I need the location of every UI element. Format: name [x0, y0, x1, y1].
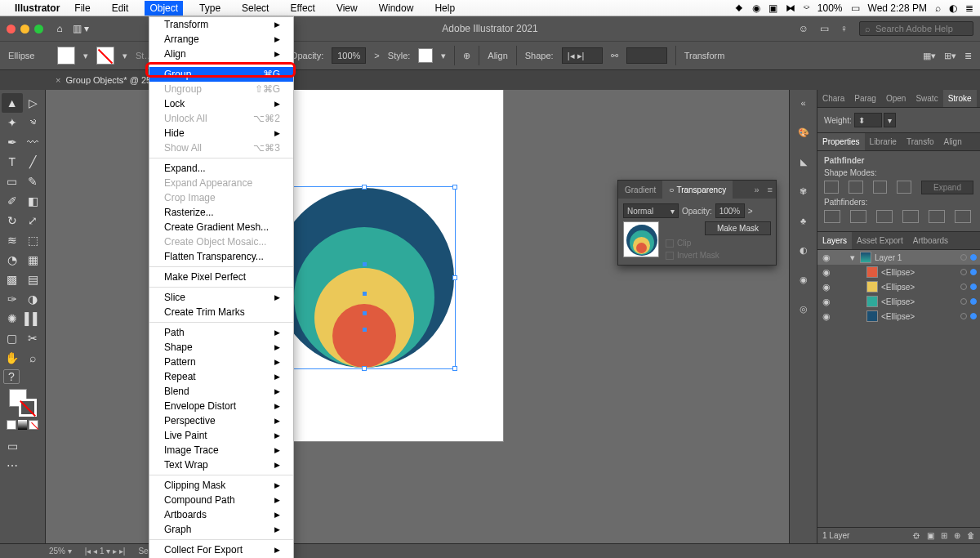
menu-item-artboards[interactable]: Artboards▶: [149, 507, 293, 522]
isolate-icon[interactable]: ▦▾: [923, 51, 936, 61]
locate-layer-icon[interactable]: ⯐: [912, 531, 920, 540]
weight-input[interactable]: ⬍: [854, 113, 882, 127]
user-icon[interactable]: ☺: [799, 23, 808, 34]
tab-gradient[interactable]: Gradient: [618, 181, 662, 199]
artboard-nav[interactable]: |◂ ◂ 1 ▾ ▸ ▸|: [85, 547, 126, 556]
menu-item-arrange[interactable]: Arrange▶: [149, 32, 293, 47]
menu-object[interactable]: Object: [145, 1, 183, 16]
minus-front-button[interactable]: [849, 181, 863, 194]
menu-item-clipping-mask[interactable]: Clipping Mask▶: [149, 478, 293, 493]
curvature-tool[interactable]: 〰: [23, 132, 44, 152]
menu-item-perspective[interactable]: Perspective▶: [149, 413, 293, 428]
screenshot-icon[interactable]: ▣: [768, 2, 777, 14]
style-swatch[interactable]: [418, 48, 433, 63]
snap-icon[interactable]: ⊞▾: [944, 51, 956, 61]
expand-shape-button[interactable]: Expand: [921, 181, 973, 194]
width-tool[interactable]: ≋: [2, 230, 23, 250]
rotate-tool[interactable]: ↻: [2, 211, 23, 230]
transparency-thumbnail[interactable]: [623, 221, 659, 257]
target-icon[interactable]: [960, 254, 967, 261]
make-clipping-icon[interactable]: ▣: [927, 531, 934, 540]
magic-wand-tool[interactable]: ✦: [2, 113, 23, 132]
clock[interactable]: Wed 2:28 PM: [868, 2, 927, 14]
color-mode-row[interactable]: [2, 418, 43, 431]
zoom-level[interactable]: 25% ▾: [49, 547, 72, 556]
select-indicator[interactable]: [970, 254, 977, 261]
tab-swatches[interactable]: Swatc: [911, 90, 942, 107]
minimize-window-button[interactable]: [20, 25, 29, 33]
lightbulb-icon[interactable]: ♀: [840, 23, 848, 34]
visibility-icon[interactable]: ◉: [821, 311, 832, 322]
eyedropper-tool[interactable]: ✑: [2, 289, 23, 309]
menu-item-transform[interactable]: Transform▶: [149, 17, 293, 32]
perspective-tool[interactable]: ▦: [23, 250, 44, 270]
traffic-lights[interactable]: [7, 25, 43, 33]
unite-button[interactable]: [824, 181, 839, 194]
cc-icon[interactable]: ◉: [752, 2, 760, 14]
menu-item-create-gradient-mesh-[interactable]: Create Gradient Mesh...: [149, 220, 293, 234]
menu-item-blend[interactable]: Blend▶: [149, 384, 293, 399]
minus-back-button[interactable]: [955, 210, 971, 223]
align-label[interactable]: Align: [488, 51, 507, 60]
menu-item-hide[interactable]: Hide▶: [149, 126, 293, 141]
close-tab-icon[interactable]: ×: [56, 75, 60, 85]
shape-height[interactable]: [626, 47, 667, 64]
menu-icon[interactable]: ≣: [965, 2, 973, 14]
menu-type[interactable]: Type: [194, 1, 225, 16]
mesh-tool[interactable]: ▩: [2, 270, 23, 289]
menu-select[interactable]: Select: [237, 1, 274, 16]
line-tool[interactable]: ╱: [23, 152, 44, 172]
opacity-input[interactable]: 100%: [715, 203, 745, 218]
appearance-panel-icon[interactable]: ◉: [794, 270, 813, 289]
fill-dropdown[interactable]: ▾: [83, 51, 88, 61]
menu-item-image-trace[interactable]: Image Trace▶: [149, 443, 293, 458]
transparency-panel[interactable]: Gradient ○Transparency » ≡ Normal▾ Opaci…: [617, 180, 777, 266]
brushes-panel-icon[interactable]: ✾: [794, 181, 813, 201]
color-panel-icon[interactable]: 🎨: [794, 123, 813, 142]
menu-window[interactable]: Window: [374, 1, 419, 16]
symbol-spray-tool[interactable]: ✺: [2, 309, 23, 328]
menu-item-align[interactable]: Align▶: [149, 47, 293, 61]
menu-item-group[interactable]: Group⌘G: [149, 67, 293, 82]
color-guide-icon[interactable]: ◣: [794, 152, 813, 172]
tab-paragraph[interactable]: Parag: [849, 90, 881, 107]
eraser-tool[interactable]: ◧: [23, 191, 44, 211]
visibility-icon[interactable]: ◉: [821, 297, 832, 307]
menu-item-expand-[interactable]: Expand...: [149, 161, 293, 176]
home-icon[interactable]: ⌂: [53, 23, 66, 34]
opacity-popup[interactable]: >: [748, 207, 753, 216]
menu-item-graph[interactable]: Graph▶: [149, 522, 293, 537]
tab-align[interactable]: Align: [938, 133, 966, 150]
screen-mode[interactable]: ▭: [2, 436, 23, 456]
search-help-input[interactable]: ⌕ Search Adobe Help: [859, 21, 973, 36]
menu-item-text-wrap[interactable]: Text Wrap▶: [149, 458, 293, 472]
hand-tool[interactable]: ✋: [2, 348, 23, 368]
tab-transparency[interactable]: ○Transparency: [662, 181, 733, 199]
shaper-tool[interactable]: ✐: [2, 191, 23, 211]
menu-item-create-trim-marks[interactable]: Create Trim Marks: [149, 305, 293, 319]
transform-label[interactable]: Transform: [684, 51, 725, 60]
expand-panel-icon[interactable]: »: [749, 185, 764, 194]
opacity-field[interactable]: 100%: [332, 47, 366, 64]
shape-width[interactable]: |◂ ▸|: [562, 47, 603, 64]
siri-icon[interactable]: ◐: [949, 2, 957, 14]
zoom-tool[interactable]: ⌕: [23, 348, 44, 368]
trim-button[interactable]: [850, 210, 866, 223]
menu-item-live-paint[interactable]: Live Paint▶: [149, 428, 293, 443]
menu-edit[interactable]: Edit: [107, 1, 134, 16]
tab-libraries[interactable]: Librarie: [865, 133, 902, 150]
outline-button[interactable]: [929, 210, 945, 223]
zoom-window-button[interactable]: [34, 25, 43, 33]
crop-button[interactable]: [902, 210, 919, 223]
visibility-icon[interactable]: ◉: [821, 267, 832, 278]
artboard-tool[interactable]: ▢: [2, 328, 23, 348]
selection-tool[interactable]: ▲: [2, 93, 23, 113]
fill-stroke-control[interactable]: [9, 389, 37, 417]
menu-item-envelope-distort[interactable]: Envelope Distort▶: [149, 399, 293, 413]
panel-menu-icon[interactable]: ≣: [964, 51, 972, 61]
recolor-icon[interactable]: ⊕: [463, 51, 470, 61]
lasso-tool[interactable]: ༄: [23, 113, 44, 132]
menu-item-collect-for-export[interactable]: Collect For Export▶: [149, 542, 293, 557]
tab-stroke[interactable]: Stroke: [943, 90, 977, 107]
tab-asset-export[interactable]: Asset Export: [852, 232, 908, 249]
